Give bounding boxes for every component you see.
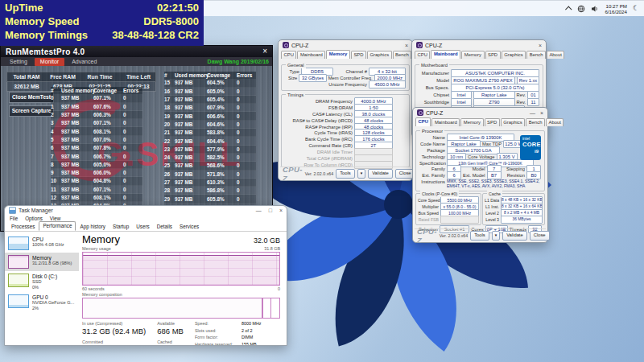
cpuz-titlebar: CPU-Z × — [412, 40, 546, 50]
task-manager-tab[interactable]: Services — [176, 223, 202, 231]
cpuz-tab[interactable]: Graphics — [367, 51, 392, 59]
memtest-row: 26937 MB571.8%0 — [164, 171, 256, 179]
form-factor-value: DIMM — [242, 335, 279, 339]
cpuz-tab[interactable]: CPU — [415, 51, 430, 59]
memtest-tab[interactable]: Advanced — [66, 58, 102, 66]
cpuz-tab[interactable]: CPU — [415, 117, 431, 126]
cpuz-tab[interactable]: Bench — [393, 51, 412, 59]
column-header: # — [164, 72, 175, 78]
minimize-icon[interactable]: — — [530, 110, 535, 116]
cpuz-tab[interactable]: SPD — [485, 118, 500, 126]
southbridge-rev-field[interactable]: 11 — [527, 98, 539, 106]
memtest-row: 24937 MB582.5%0 — [164, 154, 256, 162]
cpuz-tab[interactable]: SPD — [485, 51, 501, 59]
cpuz-tab[interactable]: Mainboard — [431, 118, 460, 126]
memtest-row: 16937 MB605.0%0 — [164, 88, 256, 96]
network-icon[interactable] — [577, 5, 585, 13]
memtest-row: 7937 MB606.7%0 — [51, 152, 142, 160]
sidebar-item-disk[interactable]: Disk 0 (C:)SSD0% — [5, 271, 79, 292]
memtest-row: 12937 MB608.1%0 — [51, 194, 142, 202]
screen-capture-button[interactable]: Screen Capture — [9, 105, 54, 117]
cpuz-brand: CPU-Z — [417, 227, 437, 245]
cpuz-window-title: CPU-Z — [425, 43, 442, 48]
sidebar-item-gpu[interactable]: GPU 0NVIDIA GeForce G...2% — [5, 292, 79, 313]
tools-dropdown-icon[interactable]: ▼ — [492, 231, 500, 241]
osd-value: DDR5-8000 — [143, 15, 199, 27]
usage-label: Memory usage — [82, 246, 111, 251]
memtest-credit: Dawg Wang 2019/02/16 — [208, 59, 269, 64]
composition-label: Memory composition — [82, 292, 122, 297]
group-legend: Processor — [420, 128, 444, 134]
cpuz-tab[interactable]: Memory — [460, 118, 483, 126]
cache-group: Cache L1 Data 8 x 48 KB + 16 x 32 KB L1 … — [482, 193, 545, 225]
tools-button[interactable]: Tools — [470, 231, 489, 241]
memtest-row: 8937 MB605.0%0 — [51, 161, 142, 169]
sidebar-item-memory[interactable]: Memory31.2/31.8 GB (98%) — [5, 253, 79, 271]
cpuz-tab[interactable]: Memory — [326, 50, 350, 59]
memory-composition-bar — [82, 298, 280, 319]
column-header: Coverage — [207, 72, 237, 78]
cpuz-tab[interactable]: Mainboard — [431, 50, 460, 59]
osd-label: UpTime — [5, 2, 43, 14]
time-axis-label: 60 seconds — [82, 286, 105, 291]
task-manager-tab[interactable]: Details — [154, 223, 175, 231]
size-field[interactable]: 32 GBytes — [299, 74, 326, 82]
memtest-tab[interactable]: Setting — [4, 58, 33, 66]
menu-item[interactable]: File — [10, 216, 18, 221]
memtest-tab[interactable]: Monitor — [35, 58, 64, 66]
cpuz-tab[interactable]: SPD — [351, 51, 366, 59]
cpuz-tab[interactable]: Mainboard — [297, 51, 325, 59]
validate-button[interactable]: Validate — [502, 231, 527, 241]
column-header: Errors — [237, 72, 256, 78]
instructions-text: MMX, SSE, SSE2, SSE3, SSSE3, SSE4.1, SSE… — [447, 179, 541, 188]
validate-button[interactable]: Validate — [368, 169, 393, 179]
task-manager-tab[interactable]: App history — [76, 223, 109, 231]
group-legend: Motherboard — [419, 62, 449, 68]
memtest-row: 27937 MB610.3%0 — [164, 179, 256, 187]
cpuz-tab[interactable]: CPU — [281, 51, 296, 59]
close-icon[interactable]: × — [279, 208, 283, 213]
intel-core-i9-badge: intel CORE i9 — [520, 135, 541, 160]
minimize-icon[interactable]: — — [256, 208, 262, 213]
task-manager-tab[interactable]: Performance — [39, 221, 76, 231]
menu-item[interactable]: View — [50, 216, 61, 221]
volume-icon[interactable] — [591, 5, 599, 13]
memory-stats: In use (Compressed) 31.2 GB (92.4 MB) Co… — [82, 321, 280, 346]
menu-item[interactable]: Options — [25, 216, 43, 221]
cpuz-tab[interactable]: Memory — [461, 51, 484, 59]
tray-chevron-up-icon[interactable] — [565, 6, 572, 12]
cpuz-tab[interactable]: Bench — [526, 51, 546, 59]
memtest-row: 6937 MB607.8%0 — [51, 144, 142, 152]
column-header: Used memory — [175, 72, 207, 78]
cpuz-tab[interactable]: Bench — [526, 118, 545, 126]
tools-button[interactable]: Tools — [336, 169, 355, 179]
close-icon[interactable]: × — [540, 110, 543, 116]
close-button[interactable]: Close — [530, 231, 550, 241]
cpuz-tab[interactable]: About — [547, 51, 564, 59]
close-memtest-button[interactable]: Close MemTest — [9, 92, 54, 103]
memtest-row: 22937 MB604.4%0 — [164, 137, 256, 145]
task-manager-tab[interactable]: Processes — [8, 223, 38, 231]
tray-clock[interactable]: 10:27 PM 6/16/2024 — [605, 3, 627, 14]
clock-value-field[interactable] — [440, 216, 479, 224]
memtest-row: 1937 MB607.6%0 — [51, 103, 142, 111]
close-icon[interactable]: × — [262, 47, 267, 56]
do-not-disturb-moon-icon[interactable]: ☾ — [633, 5, 639, 12]
cpuz-tab[interactable]: Graphics — [501, 118, 526, 126]
cpuz-tab[interactable]: Graphics — [502, 51, 526, 59]
close-icon[interactable]: × — [539, 43, 542, 48]
tools-dropdown-icon[interactable]: ▼ — [357, 169, 365, 179]
performance-sidebar: CPU100% 4.08 GHz Memory31.2/31.8 GB (98%… — [5, 232, 79, 344]
sidebar-item-cpu[interactable]: CPU100% 4.08 GHz — [5, 234, 79, 253]
memtest-window: RunMemtestPro 4.0 × SettingMonitorAdvanc… — [0, 45, 273, 232]
task-manager-titlebar: Task Manager — □ × — [5, 206, 287, 215]
close-icon[interactable]: × — [405, 43, 408, 48]
memtest-row: 5937 MB607.0%0 — [51, 136, 142, 144]
task-manager-tab[interactable]: Startup — [109, 223, 132, 231]
cache-value-field[interactable]: 36 MBytes — [501, 216, 543, 224]
uncore-frequency-field[interactable]: 4500.0 MHz — [369, 80, 406, 88]
task-manager-tab[interactable]: Users — [133, 223, 152, 231]
maximize-icon[interactable]: □ — [269, 208, 272, 213]
cpuz-tab[interactable]: About — [546, 118, 564, 126]
memtest-row: 23937 MB577.9%0 — [164, 146, 256, 154]
